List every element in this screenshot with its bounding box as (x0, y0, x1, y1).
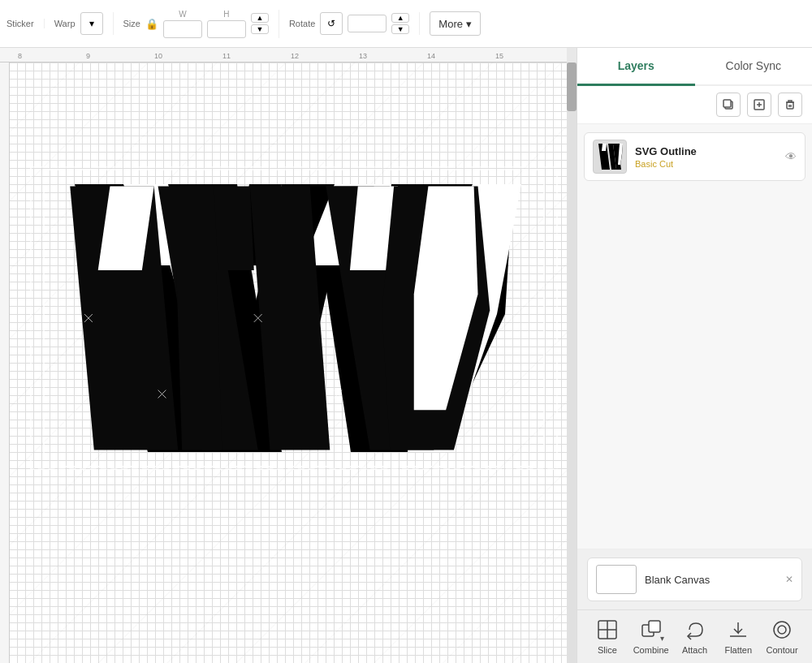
sticker-label: Sticker (6, 19, 34, 28)
tab-colorsync[interactable]: Color Sync (695, 48, 813, 86)
combine-button[interactable]: ▾ Combine (631, 617, 672, 655)
blank-canvas-item[interactable]: Blank Canvas ✕ (587, 558, 802, 601)
svg-marker-19 (176, 270, 222, 450)
main-layout: 8 9 10 11 12 13 14 15 (0, 48, 812, 663)
svg-point-58 (778, 626, 786, 634)
scrollbar-vertical[interactable] (567, 62, 577, 663)
rotate-label: Rotate (289, 19, 315, 28)
svg-marker-21 (250, 187, 330, 450)
canvas-area[interactable]: 8 9 10 11 12 13 14 15 (0, 48, 577, 663)
height-input[interactable] (207, 20, 246, 38)
svg-rect-55 (649, 621, 660, 632)
svg-marker-46 (602, 144, 607, 151)
svg-point-57 (774, 622, 790, 638)
slice-icon (594, 617, 620, 643)
blank-canvas-section: Blank Canvas ✕ (577, 549, 812, 609)
contour-button[interactable]: Contour (762, 617, 802, 655)
flatten-icon (725, 617, 751, 643)
flatten-label: Flatten (724, 645, 752, 655)
add-layer-btn[interactable] (747, 93, 771, 117)
width-input[interactable] (163, 20, 202, 38)
rotate-input[interactable] (348, 15, 387, 32)
more-button[interactable]: More ▾ (430, 11, 481, 36)
width-label: W (179, 10, 186, 19)
ruler-tick-10: 10 (154, 52, 162, 60)
ruler-tick-13: 13 (359, 52, 367, 60)
layer-sub-0: Basic Cut (635, 159, 777, 169)
blank-canvas-close-btn[interactable]: ✕ (785, 574, 793, 585)
rotate-group: Rotate ↺ ▲ ▼ (289, 12, 420, 35)
lock-icon: 🔒 (145, 18, 158, 30)
height-group: H (207, 10, 246, 38)
layer-thumb-0 (593, 140, 627, 174)
size-label: Size (123, 19, 140, 28)
ruler-left (0, 62, 10, 663)
visibility-icon-0[interactable]: 👁 (785, 150, 797, 163)
attach-icon (681, 617, 707, 643)
layer-item-0[interactable]: SVG Outline Basic Cut 👁 (584, 132, 806, 181)
svg-rect-38 (723, 100, 731, 107)
size-up-btn[interactable]: ▲ (251, 13, 269, 23)
rotate-arrows: ▲ ▼ (391, 13, 409, 34)
bottom-toolbar: Slice ▾ Combine (577, 609, 812, 663)
ruler-tick-15: 15 (495, 52, 503, 60)
ruler-tick-11: 11 (222, 52, 231, 60)
svg-rect-42 (787, 102, 793, 109)
ruler-top: 8 9 10 11 12 13 14 15 (0, 48, 567, 62)
ruler-tick-8: 8 (18, 52, 22, 60)
warp-options-btn[interactable]: ▾ (80, 12, 103, 35)
main-toolbar: Sticker Warp ▾ Size 🔒 W H ▲ ▼ Rotate ↺ ▲… (0, 0, 812, 48)
combine-label: Combine (633, 645, 669, 655)
contour-label: Contour (767, 645, 798, 655)
contour-icon (769, 617, 795, 643)
blank-canvas-label: Blank Canvas (645, 574, 710, 586)
blank-canvas-thumb (596, 565, 637, 594)
ruler-tick-12: 12 (291, 52, 299, 60)
rotate-btn[interactable]: ↺ (320, 12, 343, 35)
attach-label: Attach (682, 645, 707, 655)
ruler-tick-14: 14 (427, 52, 435, 60)
height-label: H (223, 10, 229, 19)
grid-canvas (10, 62, 567, 663)
warp-label: Warp (54, 19, 76, 28)
ruler-tick-9: 9 (86, 52, 90, 60)
size-group: Size 🔒 W H ▲ ▼ (123, 10, 279, 38)
svg-marker-20 (214, 187, 254, 270)
width-group: W (163, 10, 202, 38)
panel-spacer (577, 345, 812, 549)
flatten-button[interactable]: Flatten (718, 617, 758, 655)
combine-dropdown-arrow: ▾ (660, 634, 664, 643)
slice-label: Slice (598, 645, 617, 655)
layer-name-0: SVG Outline (635, 145, 777, 157)
slice-button[interactable]: Slice (587, 617, 628, 655)
w-logo-clean (30, 164, 558, 472)
tab-layers[interactable]: Layers (577, 48, 695, 86)
layer-list: SVG Outline Basic Cut 👁 (577, 124, 812, 345)
layer-info-0: SVG Outline Basic Cut (635, 145, 777, 169)
scrollbar-thumb[interactable] (567, 62, 577, 111)
warp-group: Warp ▾ (54, 12, 114, 35)
attach-button[interactable]: Attach (674, 617, 715, 655)
rotate-down-btn[interactable]: ▼ (391, 24, 409, 34)
more-group: More ▾ (430, 11, 490, 36)
panel-toolbar (577, 86, 812, 124)
duplicate-layer-btn[interactable] (716, 93, 741, 117)
sticker-group: Sticker (6, 19, 45, 28)
combine-icon: ▾ (638, 617, 664, 643)
size-down-btn[interactable]: ▼ (251, 24, 269, 34)
right-panel: Layers Color Sync (577, 48, 812, 663)
size-arrows: ▲ ▼ (251, 13, 269, 34)
rotate-up-btn[interactable]: ▲ (391, 13, 409, 23)
panel-tabs: Layers Color Sync (577, 48, 812, 86)
delete-layer-btn[interactable] (778, 93, 802, 117)
